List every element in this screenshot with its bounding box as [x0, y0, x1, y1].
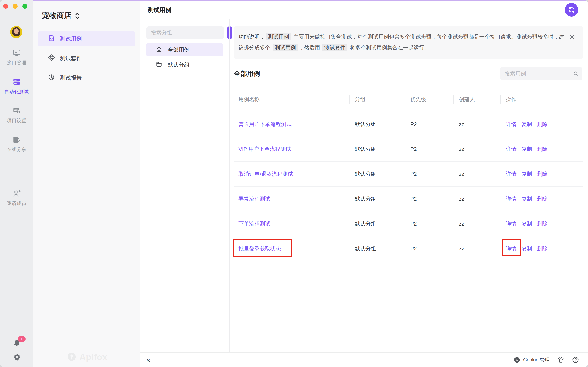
avatar[interactable] — [10, 26, 22, 38]
project-menu-label: 测试用例 — [60, 35, 82, 42]
case-creator-cell: zz — [459, 245, 506, 252]
project-menu-item-2[interactable]: 测试报告 — [38, 70, 135, 86]
rail-divider — [3, 170, 30, 170]
action-link-1[interactable]: 复制 — [521, 245, 532, 252]
case-actions-cell: 详情复制删除 — [506, 220, 583, 227]
refresh-button[interactable] — [565, 3, 578, 17]
collapse-sidebar-icon[interactable]: « — [146, 356, 150, 364]
main-content: 功能说明：测试用例 主要用来做接口集合测试，每个测试用例包含多个测试步骤，每个测… — [230, 0, 588, 367]
column-header-1: 分组 — [355, 96, 410, 103]
case-actions-cell: 详情复制删除 — [506, 121, 583, 128]
action-link-0[interactable]: 详情 — [506, 171, 517, 177]
case-actions-cell: 详情复制删除 — [506, 170, 583, 178]
column-header-4: 操作 — [506, 96, 583, 103]
settings-gear-icon[interactable] — [13, 353, 21, 361]
banner-segment: 将多个测试用例集合在一起运行。 — [348, 44, 429, 50]
invite-member-button[interactable]: 邀请成员 — [0, 189, 33, 207]
action-link-1[interactable]: 复制 — [521, 221, 532, 227]
project-switcher[interactable]: 宠物商店 — [42, 11, 80, 21]
action-link-2[interactable]: 删除 — [537, 221, 548, 227]
group-item-1[interactable]: 默认分组 — [146, 58, 223, 71]
close-window-button[interactable] — [3, 4, 8, 8]
project-menu-item-0[interactable]: 测试用例 — [38, 31, 135, 47]
action-link-2[interactable]: 删除 — [537, 146, 548, 152]
action-link-1[interactable]: 复制 — [521, 121, 532, 127]
column-header-0: 用例名称 — [234, 96, 355, 103]
action-link-2[interactable]: 删除 — [537, 121, 548, 127]
minimize-window-button[interactable] — [13, 4, 17, 8]
case-priority-cell: P2 — [410, 121, 459, 127]
group-item-label: 全部用例 — [168, 46, 190, 53]
rail-item-label: 接口管理 — [7, 59, 26, 66]
action-link-2[interactable]: 删除 — [537, 171, 548, 177]
table-row-4: 下单流程测试默认分组P2zz详情复制删除 — [234, 211, 583, 236]
rail-nav: 接口管理 自动化测试 项目设置 在线分享 — [0, 49, 33, 153]
action-link-0[interactable]: 详情 — [506, 146, 517, 152]
online-share-icon — [12, 135, 21, 145]
project-title: 宠物商店 — [42, 11, 71, 21]
action-link-1[interactable]: 复制 — [521, 171, 532, 177]
group-list: 全部用例 默认分组 — [146, 43, 223, 71]
rail-item-2[interactable]: 项目设置 — [0, 106, 33, 124]
search-icon — [573, 71, 579, 77]
window-top-accent — [33, 0, 588, 1]
rail-item-label: 在线分享 — [7, 146, 26, 153]
api-management-icon — [12, 49, 21, 58]
case-name-link[interactable]: 异常流程测试 — [238, 196, 270, 202]
action-link-2[interactable]: 删除 — [537, 196, 548, 202]
table-row-1: VIP 用户下单流程测试默认分组P2zz详情复制删除 — [234, 137, 583, 162]
action-link-0[interactable]: 详情 — [506, 196, 517, 202]
project-menu-label: 测试套件 — [60, 55, 82, 62]
group-item-0[interactable]: 全部用例 — [146, 43, 223, 56]
case-name-link[interactable]: 普通用户下单流程测试 — [238, 121, 292, 127]
action-link-0[interactable]: 详情 — [506, 221, 517, 227]
case-search-input[interactable] — [505, 71, 573, 77]
project-menu-item-1[interactable]: 测试套件 — [38, 50, 135, 66]
case-table: 用例名称分组优先级创建人操作 普通用户下单流程测试默认分组P2zz详情复制删除V… — [234, 87, 583, 261]
case-name-link[interactable]: VIP 用户下单流程测试 — [238, 146, 291, 152]
sync-icon — [568, 6, 575, 13]
rail-item-3[interactable]: 在线分享 — [0, 135, 33, 153]
table-row-0: 普通用户下单流程测试默认分组P2zz详情复制删除 — [234, 112, 583, 137]
rail-item-0[interactable]: 接口管理 — [0, 49, 33, 66]
column-header-3: 创建人 — [459, 96, 506, 103]
zoom-window-button[interactable] — [22, 4, 27, 8]
notifications-button[interactable]: 1 — [13, 339, 21, 348]
case-creator-cell: zz — [459, 221, 506, 227]
left-rail: 接口管理 自动化测试 项目设置 在线分享 邀请成员 1 — [0, 0, 33, 367]
action-link-0[interactable]: 详情 — [506, 121, 517, 127]
case-group-cell: 默认分组 — [355, 220, 410, 227]
action-link-1[interactable]: 复制 — [521, 146, 532, 152]
project-menu-label: 测试报告 — [60, 74, 82, 82]
group-search-input[interactable] — [146, 26, 224, 39]
rail-invite: 邀请成员 — [0, 189, 33, 207]
banner-text: 功能说明：测试用例 主要用来做接口集合测试，每个测试用例包含多个测试步骤，每个测… — [238, 34, 564, 50]
case-group-cell: 默认分组 — [355, 146, 410, 153]
rail-bottom: 1 — [0, 339, 33, 361]
group-panel-title: 测试用例 — [148, 6, 171, 14]
rail-item-label: 项目设置 — [7, 117, 26, 124]
rail-item-1[interactable]: 自动化测试 — [0, 77, 33, 95]
rail-item-label: 自动化测试 — [4, 89, 29, 95]
case-creator-cell: zz — [459, 196, 506, 202]
case-creator-cell: zz — [459, 121, 506, 127]
action-link-1[interactable]: 复制 — [521, 196, 532, 202]
banner-keyword-tag: 测试用例 — [266, 33, 291, 40]
cookie-manager-button[interactable]: Cookie 管理 — [513, 356, 550, 363]
feature-description-banner: 功能说明：测试用例 主要用来做接口集合测试，每个测试用例包含多个测试步骤，每个测… — [234, 26, 583, 59]
case-name-link[interactable]: 取消订单/退款流程测试 — [238, 171, 293, 177]
cookie-manager-label: Cookie 管理 — [523, 357, 550, 363]
apifox-logo-icon — [66, 352, 77, 363]
case-name-link[interactable]: 下单流程测试 — [238, 221, 270, 227]
theme-tshirt-icon[interactable] — [557, 356, 564, 363]
case-actions-cell: 详情复制删除 — [506, 195, 583, 202]
table-row-2: 取消订单/退款流程测试默认分组P2zz详情复制删除 — [234, 162, 583, 187]
case-creator-cell: zz — [459, 146, 506, 152]
test-suite-icon — [48, 54, 55, 63]
traffic-lights — [3, 4, 27, 8]
bottom-bar: « Cookie 管理 — [140, 352, 588, 367]
help-icon[interactable] — [572, 356, 579, 363]
table-header-row: 用例名称分组优先级创建人操作 — [234, 87, 583, 112]
action-link-2[interactable]: 删除 — [537, 245, 548, 252]
banner-close-icon[interactable]: ✕ — [568, 33, 576, 41]
